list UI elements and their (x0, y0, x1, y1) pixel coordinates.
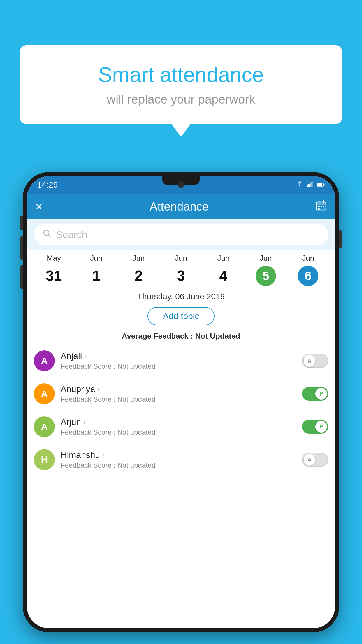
add-topic-container: Add topic (27, 304, 335, 329)
app-header: × Attendance (27, 194, 335, 219)
feedback-label: Average Feedback : (122, 332, 195, 340)
close-button[interactable]: × (36, 200, 42, 213)
power-button (339, 230, 342, 248)
feedback-value: Not Updated (195, 332, 240, 340)
cal-month: Jun (302, 254, 314, 263)
student-info: Arjun ›Feedback Score : Not updated (61, 417, 296, 436)
cal-num: 6 (298, 266, 318, 286)
student-feedback: Feedback Score : Not updated (61, 362, 296, 370)
svg-rect-2 (310, 182, 312, 187)
svg-rect-12 (321, 206, 322, 207)
toggle-knob: P (315, 388, 327, 400)
chevron-right-icon: › (102, 451, 105, 459)
avatar: A (34, 383, 55, 404)
svg-rect-3 (312, 181, 313, 187)
svg-rect-6 (324, 184, 325, 186)
battery-icon (317, 181, 325, 189)
student-feedback: Feedback Score : Not updated (61, 461, 296, 469)
avatar: A (34, 416, 55, 437)
svg-rect-8 (317, 202, 326, 205)
average-feedback: Average Feedback : Not Updated (27, 329, 335, 344)
cal-num: 5 (256, 266, 276, 286)
student-info: Anjali ›Feedback Score : Not updated (61, 351, 296, 370)
speech-bubble: Smart attendance will replace your paper… (20, 45, 342, 124)
cal-month: Jun (217, 254, 229, 263)
status-time: 14:29 (37, 180, 58, 190)
cal-month: Jun (133, 254, 145, 263)
signal-icon (307, 181, 314, 189)
status-icons (296, 181, 325, 189)
search-bar[interactable]: Search (34, 224, 328, 245)
toggle-knob: A (304, 454, 315, 466)
cal-month: Jun (175, 254, 187, 263)
svg-rect-11 (318, 206, 320, 207)
student-name: Arjun › (61, 417, 296, 427)
calendar-day-5[interactable]: Jun5 (253, 254, 278, 286)
avatar: H (34, 449, 55, 470)
attendance-toggle[interactable]: P (302, 420, 328, 434)
student-item[interactable]: HHimanshu ›Feedback Score : Not updatedA (27, 443, 335, 476)
date-display: Thursday, 06 June 2019 (27, 286, 335, 304)
volume-down-button (20, 265, 23, 289)
student-info: Himanshu ›Feedback Score : Not updated (61, 450, 296, 469)
student-info: Anupriya ›Feedback Score : Not updated (61, 384, 296, 403)
svg-rect-5 (317, 183, 322, 186)
svg-rect-0 (307, 185, 308, 187)
wifi-icon (296, 181, 304, 189)
calendar-day-1[interactable]: Jun1 (84, 254, 109, 286)
phone-screen: 14:29 (27, 176, 335, 628)
toggle-knob: A (304, 355, 315, 367)
add-topic-button[interactable]: Add topic (147, 307, 214, 325)
student-item[interactable]: AAnupriya ›Feedback Score : Not updatedP (27, 377, 335, 410)
cal-num: 2 (129, 266, 149, 286)
toggle-knob: P (315, 421, 327, 433)
phone-notch (162, 176, 200, 186)
chevron-right-icon: › (97, 385, 100, 393)
phone-frame: 14:29 (23, 172, 339, 632)
chevron-right-icon: › (83, 418, 86, 426)
student-name: Anjali › (61, 351, 296, 361)
chevron-right-icon: › (84, 352, 87, 360)
svg-rect-14 (318, 208, 320, 210)
search-input[interactable]: Search (56, 229, 87, 240)
speech-title: Smart attendance (34, 63, 328, 87)
attendance-toggle[interactable]: A (302, 453, 328, 467)
attendance-toggle[interactable]: P (302, 387, 328, 401)
page-title: Attendance (42, 200, 316, 213)
cal-month: Jun (260, 254, 272, 263)
student-feedback: Feedback Score : Not updated (61, 428, 296, 436)
avatar: A (34, 350, 55, 371)
student-item[interactable]: AArjun ›Feedback Score : Not updatedP (27, 410, 335, 443)
speech-bubble-container: Smart attendance will replace your paper… (20, 45, 342, 124)
student-name: Anupriya › (61, 384, 296, 394)
camera (178, 181, 184, 188)
cal-num: 31 (44, 266, 64, 286)
mute-button (20, 216, 23, 230)
search-icon (43, 229, 51, 240)
search-bar-container: Search (27, 219, 335, 250)
speech-subtitle: will replace your paperwork (34, 92, 328, 106)
student-list: AAnjali ›Feedback Score : Not updatedAAA… (27, 344, 335, 476)
svg-rect-1 (308, 184, 310, 187)
student-item[interactable]: AAnjali ›Feedback Score : Not updatedA (27, 344, 335, 377)
student-feedback: Feedback Score : Not updated (61, 395, 296, 403)
calendar-day-3[interactable]: Jun3 (168, 254, 194, 286)
cal-num: 4 (213, 266, 233, 286)
screen-content: Search May31Jun1Jun2Jun3Jun4Jun5Jun6 Thu… (27, 219, 335, 476)
attendance-toggle[interactable]: A (302, 354, 328, 368)
calendar-day-6[interactable]: Jun6 (296, 254, 321, 286)
cal-num: 1 (86, 266, 106, 286)
svg-line-16 (48, 235, 50, 237)
volume-up-button (20, 236, 23, 260)
calendar-day-2[interactable]: Jun2 (126, 254, 151, 286)
calendar-day-31[interactable]: May31 (41, 254, 66, 286)
calendar-row: May31Jun1Jun2Jun3Jun4Jun5Jun6 (27, 250, 335, 286)
student-name: Himanshu › (61, 450, 296, 460)
cal-month: Jun (90, 254, 102, 263)
svg-rect-13 (323, 206, 324, 207)
cal-num: 3 (171, 266, 191, 286)
calendar-icon[interactable] (316, 200, 326, 213)
calendar-day-4[interactable]: Jun4 (211, 254, 236, 286)
cal-month: May (47, 254, 61, 263)
